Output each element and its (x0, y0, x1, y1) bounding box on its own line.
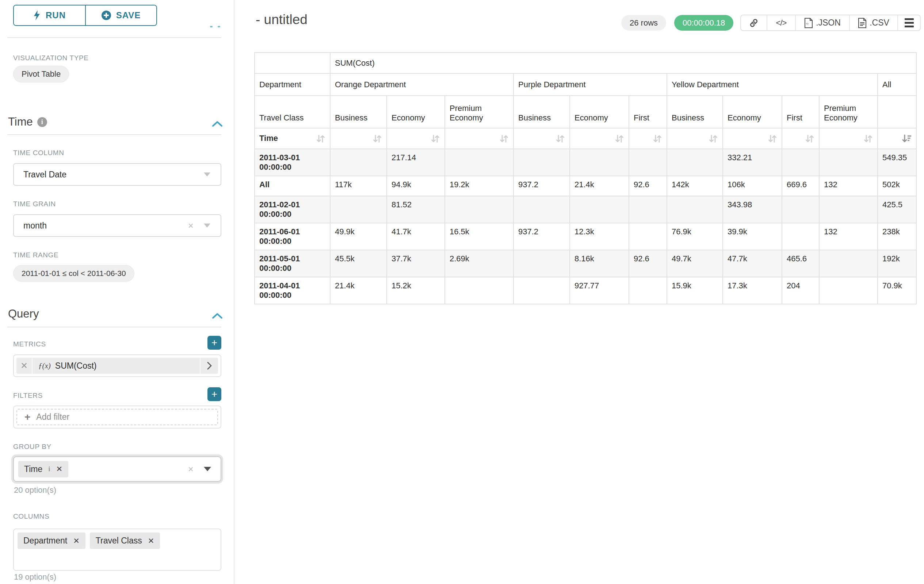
column-sort-header[interactable] (387, 128, 445, 149)
column-sort-header[interactable] (629, 128, 667, 149)
svg-text:‹›: ‹› (806, 21, 808, 26)
column-sort-header[interactable] (513, 128, 570, 149)
plus-icon: + (25, 411, 30, 423)
data-cell: 15.9k (667, 277, 723, 304)
data-cell (819, 196, 878, 223)
column-sort-header[interactable] (570, 128, 629, 149)
data-cell: 21.4k (570, 176, 629, 196)
table-row: 2011-05-01 00:00:0045.5k37.7k2.69k8.16k9… (254, 250, 916, 277)
share-link-button[interactable] (741, 15, 767, 30)
column-sort-header[interactable] (667, 128, 723, 149)
chart-title[interactable]: - untitled (256, 12, 307, 27)
section-divider (7, 327, 221, 327)
sort-arrows-icon[interactable] (768, 134, 777, 143)
data-cell: 47.7k (723, 250, 782, 277)
time-column-select[interactable]: Travel Date (13, 163, 221, 186)
visualization-type-label: VISUALIZATION TYPE (13, 54, 88, 62)
export-csv-button[interactable]: .CSV (850, 15, 898, 30)
clear-icon[interactable]: × (188, 464, 193, 475)
clear-icon[interactable]: × (188, 220, 193, 231)
add-filter-button[interactable]: + (208, 387, 221, 401)
embed-code-button[interactable]: </> (767, 15, 796, 30)
data-cell (782, 149, 819, 176)
query-section-header[interactable]: Query (8, 307, 39, 321)
remove-tag-icon[interactable]: ✕ (148, 536, 155, 545)
time-section-header[interactable]: Time i (8, 115, 47, 128)
data-cell: 21.4k (330, 277, 387, 304)
travel-class-dimension-label: Travel Class (254, 95, 330, 128)
column-sort-header[interactable] (782, 128, 819, 149)
run-save-button-group: RUN SAVE (13, 5, 157, 26)
sort-arrows-icon[interactable] (615, 134, 624, 143)
remove-metric-icon[interactable]: ✕ (16, 358, 33, 374)
data-cell (513, 277, 570, 304)
data-cell (513, 149, 570, 176)
chart-menu-button[interactable] (898, 15, 920, 30)
data-cell (629, 223, 667, 250)
time-sort-header[interactable]: Time (254, 128, 330, 149)
data-cell: 343.98 (723, 196, 782, 223)
code-icon: </> (776, 18, 787, 28)
data-cell (330, 149, 387, 176)
sort-arrows-icon[interactable] (653, 134, 662, 143)
data-cell (667, 196, 723, 223)
sort-arrows-icon[interactable] (556, 134, 565, 143)
chevron-up-icon[interactable] (212, 120, 223, 127)
column-sort-header[interactable] (445, 128, 513, 149)
panel-resize-dots (210, 26, 220, 27)
sort-descending-icon[interactable] (901, 134, 912, 143)
data-cell (782, 223, 819, 250)
group-by-select[interactable]: Time i ✕ × (13, 456, 221, 482)
data-cell: 927.77 (570, 277, 629, 304)
run-button[interactable]: RUN (14, 5, 85, 25)
sort-arrows-icon[interactable] (499, 134, 509, 143)
data-cell (445, 277, 513, 304)
chevron-right-icon[interactable] (200, 358, 218, 374)
time-range-chip[interactable]: 2011-01-01 ≤ col < 2011-06-30 (13, 265, 134, 282)
control-panel: Chart Type RUN SAVE VISUALIZATION TYPE P… (0, 0, 234, 584)
column-sort-header[interactable] (723, 128, 782, 149)
caret-down-icon (204, 467, 211, 471)
data-cell: 425.5 (878, 196, 916, 223)
column-sort-header[interactable] (819, 128, 878, 149)
export-json-button[interactable]: ‹› .JSON (796, 15, 850, 30)
time-grain-select[interactable]: month × (13, 214, 221, 237)
section-divider (7, 134, 221, 135)
add-filter-dropzone[interactable]: + Add filter (16, 409, 218, 425)
chevron-up-icon[interactable] (212, 313, 223, 319)
sort-arrows-icon[interactable] (708, 134, 718, 143)
data-cell: 8.16k (570, 250, 629, 277)
sort-arrows-icon[interactable] (805, 134, 814, 143)
data-cell: 81.52 (387, 196, 445, 223)
remove-tag-icon[interactable]: ✕ (73, 536, 79, 545)
travel-class-header: Business (513, 95, 570, 128)
data-cell (819, 277, 878, 304)
save-button[interactable]: SAVE (85, 5, 156, 25)
remove-tag-icon[interactable]: ✕ (56, 465, 63, 474)
data-cell: 106k (723, 176, 782, 196)
sort-arrows-icon[interactable] (863, 134, 873, 143)
columns-select[interactable]: Department ✕ Travel Class ✕ × (13, 528, 221, 571)
add-metric-button[interactable]: + (208, 336, 221, 350)
data-cell: 465.6 (782, 250, 819, 277)
sort-arrows-icon[interactable] (431, 134, 440, 143)
section-divider (7, 37, 221, 38)
data-cell (667, 149, 723, 176)
metric-chip[interactable]: ✕ ƒ(x) SUM(Cost) (16, 358, 218, 374)
data-cell: 669.6 (782, 176, 819, 196)
data-cell (445, 196, 513, 223)
data-cell (513, 250, 570, 277)
data-cell (819, 250, 878, 277)
group-by-options-hint: 20 option(s) (14, 485, 56, 495)
sort-arrows-icon[interactable] (316, 134, 325, 143)
travel-class-header: First (782, 95, 819, 128)
data-cell: 92.6 (629, 176, 667, 196)
columns-tag: Travel Class ✕ (90, 533, 160, 549)
visualization-type-chip[interactable]: Pivot Table (13, 66, 69, 82)
sort-arrows-icon[interactable] (373, 134, 382, 143)
column-sort-header[interactable] (878, 128, 916, 149)
metrics-label: METRICS (13, 340, 46, 348)
data-cell: 132 (819, 176, 878, 196)
data-cell: 142k (667, 176, 723, 196)
column-sort-header[interactable] (330, 128, 387, 149)
